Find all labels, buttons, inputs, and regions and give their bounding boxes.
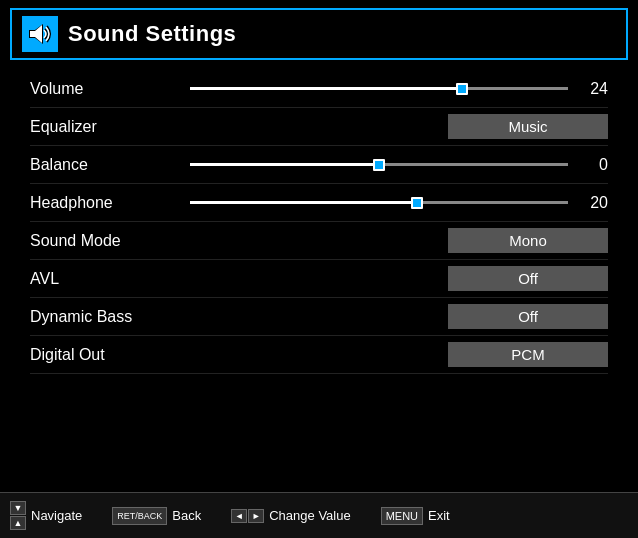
setting-control-sound-mode[interactable]: Mono <box>190 228 608 253</box>
slider-track <box>190 201 568 204</box>
slider-fill <box>190 87 462 90</box>
setting-control-balance[interactable]: 0 <box>190 156 608 174</box>
change-value-label: Change Value <box>269 508 350 523</box>
setting-control-volume[interactable]: 24 <box>190 80 608 98</box>
slider-value: 24 <box>578 80 608 98</box>
left-right-keys: ◄ ► <box>231 509 264 523</box>
slider-container[interactable]: 24 <box>190 80 608 98</box>
dropdown-equalizer[interactable]: Music <box>448 114 608 139</box>
footer: ▼ ▲ Navigate RET/BACK Back ◄ ► Change Va… <box>0 492 638 538</box>
setting-row: Digital OutPCM <box>30 336 608 374</box>
setting-label-digital-out: Digital Out <box>30 346 190 364</box>
change-value-hint: ◄ ► Change Value <box>231 508 350 523</box>
setting-control-avl[interactable]: Off <box>190 266 608 291</box>
slider-container[interactable]: 0 <box>190 156 608 174</box>
slider-thumb[interactable] <box>456 83 468 95</box>
slider-fill <box>190 201 417 204</box>
dropdown-dynamic-bass[interactable]: Off <box>448 304 608 329</box>
slider-track <box>190 163 568 166</box>
setting-control-equalizer[interactable]: Music <box>190 114 608 139</box>
setting-control-headphone[interactable]: 20 <box>190 194 608 212</box>
dropdown-avl[interactable]: Off <box>448 266 608 291</box>
up-arrow-key: ▲ <box>10 516 26 530</box>
setting-row: EqualizerMusic <box>30 108 608 146</box>
setting-control-dynamic-bass[interactable]: Off <box>190 304 608 329</box>
up-down-keys: ▼ ▲ <box>10 501 26 530</box>
navigate-hint: ▼ ▲ Navigate <box>10 501 82 530</box>
setting-row: Dynamic BassOff <box>30 298 608 336</box>
screen: Sound Settings Volume24EqualizerMusicBal… <box>0 0 638 538</box>
svg-rect-2 <box>30 31 35 37</box>
setting-label-dynamic-bass: Dynamic Bass <box>30 308 190 326</box>
header: Sound Settings <box>10 8 628 60</box>
navigate-label: Navigate <box>31 508 82 523</box>
back-key: RET/BACK <box>112 507 167 525</box>
dropdown-sound-mode[interactable]: Mono <box>448 228 608 253</box>
setting-label-balance: Balance <box>30 156 190 174</box>
exit-hint: MENU Exit <box>381 507 450 525</box>
setting-label-avl: AVL <box>30 270 190 288</box>
down-arrow-key: ▼ <box>10 501 26 515</box>
slider-fill <box>190 163 379 166</box>
slider-thumb[interactable] <box>411 197 423 209</box>
back-label: Back <box>172 508 201 523</box>
setting-row: Headphone20 <box>30 184 608 222</box>
sound-icon <box>22 16 58 52</box>
back-hint: RET/BACK Back <box>112 507 201 525</box>
setting-label-equalizer: Equalizer <box>30 118 190 136</box>
settings-list: Volume24EqualizerMusicBalance0Headphone2… <box>0 60 638 492</box>
setting-label-headphone: Headphone <box>30 194 190 212</box>
setting-label-volume: Volume <box>30 80 190 98</box>
page-title: Sound Settings <box>68 21 236 47</box>
exit-label: Exit <box>428 508 450 523</box>
setting-row: Volume24 <box>30 70 608 108</box>
slider-value: 20 <box>578 194 608 212</box>
slider-track <box>190 87 568 90</box>
slider-container[interactable]: 20 <box>190 194 608 212</box>
left-arrow-key: ◄ <box>231 509 247 523</box>
setting-row: AVLOff <box>30 260 608 298</box>
setting-row: Sound ModeMono <box>30 222 608 260</box>
dropdown-digital-out[interactable]: PCM <box>448 342 608 367</box>
menu-key: MENU <box>381 507 423 525</box>
slider-thumb[interactable] <box>373 159 385 171</box>
setting-control-digital-out[interactable]: PCM <box>190 342 608 367</box>
setting-label-sound-mode: Sound Mode <box>30 232 190 250</box>
right-arrow-key: ► <box>248 509 264 523</box>
slider-value: 0 <box>578 156 608 174</box>
setting-row: Balance0 <box>30 146 608 184</box>
